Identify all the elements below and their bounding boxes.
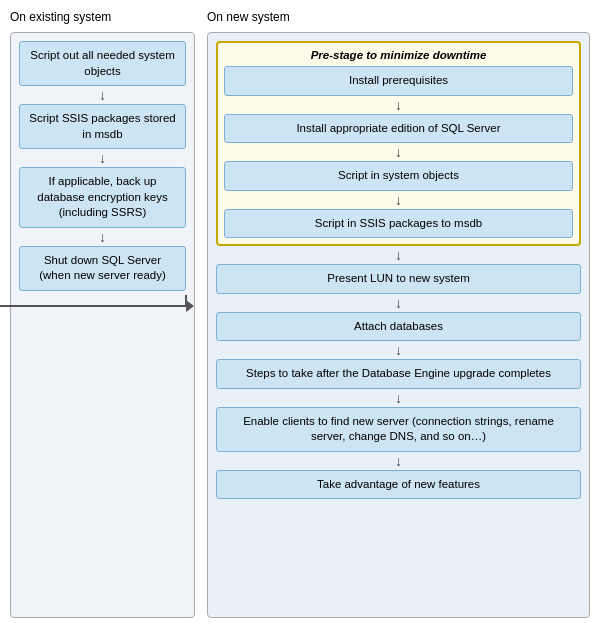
- right-main-box-1: Attach databases: [216, 312, 581, 342]
- right-main-box-3: Enable clients to find new server (conne…: [216, 407, 581, 452]
- right-main-box-0: Present LUN to new system: [216, 264, 581, 294]
- left-column: On existing system Script out all needed…: [10, 10, 195, 618]
- right-main-box-2: Steps to take after the Database Engine …: [216, 359, 581, 389]
- right-column: On new system Pre-stage to minimize down…: [207, 10, 590, 618]
- right-column-label: On new system: [207, 10, 590, 24]
- left-box-0: Script out all needed system objects: [19, 41, 186, 86]
- prestage-label: Pre-stage to minimize downtime: [224, 49, 573, 61]
- main-arrow-1: ↓: [395, 296, 402, 310]
- left-column-label: On existing system: [10, 10, 195, 24]
- prestage-flow: Install prerequisites ↓ Install appropri…: [224, 66, 573, 238]
- right-prestage-box-0: Install prerequisites: [224, 66, 573, 96]
- main-arrow-4: ↓: [395, 454, 402, 468]
- main-arrow-3: ↓: [395, 391, 402, 405]
- left-box-3: Shut down SQL Server (when new server re…: [19, 246, 186, 291]
- pre-arrow-2: ↓: [395, 193, 402, 207]
- main-arrow-2: ↓: [395, 343, 402, 357]
- left-panel: Script out all needed system objects ↓ S…: [10, 32, 195, 618]
- right-prestage-box-2: Script in system objects: [224, 161, 573, 191]
- right-main-box-4: Take advantage of new features: [216, 470, 581, 500]
- pre-arrow-1: ↓: [395, 145, 402, 159]
- prestage-container: Pre-stage to minimize downtime Install p…: [216, 41, 581, 246]
- arrow-down-1: ↓: [99, 88, 106, 102]
- arrow-down-3: ↓: [99, 230, 106, 244]
- main-arrow-0: ↓: [395, 248, 402, 262]
- right-prestage-box-3: Script in SSIS packages to msdb: [224, 209, 573, 239]
- pre-arrow-0: ↓: [395, 98, 402, 112]
- right-prestage-box-1: Install appropriate edition of SQL Serve…: [224, 114, 573, 144]
- arrow-down-2: ↓: [99, 151, 106, 165]
- left-box-2: If applicable, back up database encrypti…: [19, 167, 186, 228]
- right-panel: Pre-stage to minimize downtime Install p…: [207, 32, 590, 618]
- left-box-1: Script SSIS packages stored in msdb: [19, 104, 186, 149]
- diagram: On existing system Script out all needed…: [0, 0, 600, 628]
